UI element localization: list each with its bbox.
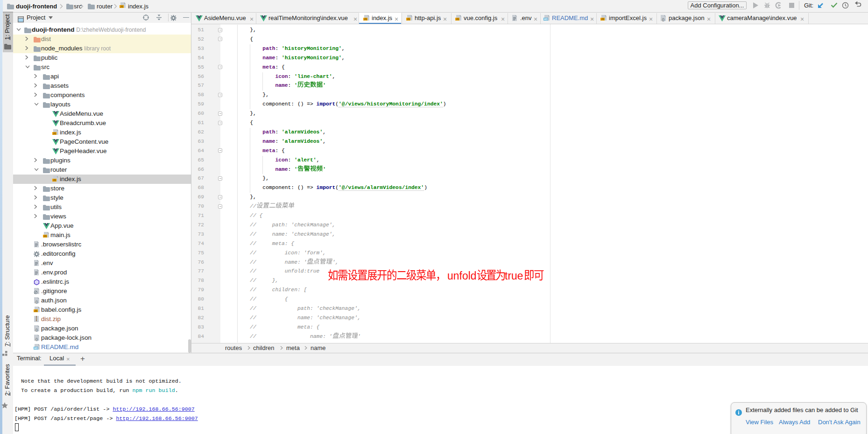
svg-text:MD: MD [544,18,548,21]
svg-text:{}: {} [35,337,38,341]
svg-text:JS: JS [53,132,56,135]
svg-text:MD: MD [34,347,38,350]
svg-text:{}: {} [662,17,665,21]
svg-text:JS: JS [34,309,37,312]
svg-text:{}: {} [35,328,38,332]
svg-text:JS: JS [120,5,123,8]
svg-text:JS: JS [364,18,367,21]
svg-text:JS: JS [53,179,56,182]
svg-text:JS: JS [601,18,604,21]
svg-text:JS: JS [43,235,47,238]
svg-text:JS: JS [407,18,410,21]
svg-text:unfold: unfold [447,270,477,282]
svg-text:{}: {} [35,300,38,304]
svg-text:true: true [505,270,523,282]
svg-text:JS: JS [456,18,459,21]
